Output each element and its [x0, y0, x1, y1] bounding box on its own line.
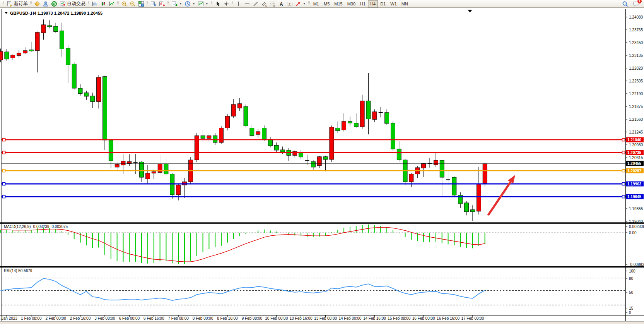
chart-window[interactable]: GBPUSD-,H4 1.19973 1.20472 1.19890 1.204…	[0, 8, 644, 324]
profile-button[interactable]	[41, 0, 50, 8]
level-line-handle[interactable]	[622, 151, 625, 154]
candle-body	[201, 135, 205, 138]
chart-candles-icon	[100, 1, 106, 7]
timeframe-w1-button[interactable]: W1	[388, 0, 399, 8]
text-button[interactable]: A	[277, 0, 285, 8]
level-line-handle[interactable]	[3, 170, 5, 172]
level-line-handle[interactable]	[3, 151, 5, 154]
time-axis-label: 2 Feb 00:00	[45, 316, 66, 321]
cascade-charts-button[interactable]	[158, 0, 166, 8]
new-order-button[interactable]: 新订单	[5, 0, 29, 8]
level-line-handle[interactable]	[3, 139, 5, 141]
candle-body	[5, 52, 9, 59]
periods-button[interactable]: ▼	[183, 0, 196, 8]
search-icon	[622, 1, 628, 7]
horizontal-line-button[interactable]	[243, 0, 251, 8]
timeframe-d1-button[interactable]: D1	[378, 0, 388, 8]
auto-trading-button[interactable]: 自动交易	[58, 0, 87, 8]
toolbar: 新订单自动交易▼▼▼EFAT▼M1M5M15M30H1H4D1W1MN1	[0, 0, 644, 8]
rsi-axis-label: 15	[629, 306, 634, 310]
candle-body	[207, 135, 211, 138]
toolbar-grip	[3, 1, 4, 7]
time-axis-label: 10 Feb 00:00	[265, 316, 288, 321]
candle-body	[41, 25, 46, 33]
timeframe-h4-button[interactable]: H4	[368, 0, 378, 8]
candle-body	[152, 171, 156, 173]
zoom-in-button[interactable]	[120, 0, 128, 8]
text-label-button[interactable]: T	[285, 0, 294, 8]
fibonacci-button[interactable]: F	[268, 0, 277, 8]
candle-body	[366, 101, 371, 119]
level-line-handle[interactable]	[622, 139, 625, 141]
price-badge-value: 1.20455	[627, 161, 642, 166]
candlestick-chart-button[interactable]	[99, 0, 108, 8]
arrows-button[interactable]: ▼	[294, 0, 307, 8]
arrange-charts-button[interactable]	[149, 0, 158, 8]
autotrade-icon	[60, 1, 66, 7]
time-axis-label: 13 Feb 08:00	[314, 316, 337, 321]
candle-body	[35, 33, 39, 51]
price-axis-label: 1.20615	[629, 156, 643, 160]
rsi-axis-label: 80	[629, 276, 634, 281]
candle-body	[336, 128, 340, 130]
price-axis-label: 1.19040	[629, 219, 643, 224]
market-watch-button[interactable]	[50, 0, 58, 8]
equidistant-channel-button[interactable]: E	[260, 0, 268, 8]
bar-chart-button[interactable]	[91, 0, 99, 8]
dropdown-arrow-icon[interactable]: ▼	[179, 2, 182, 5]
toolbar-grip	[167, 1, 169, 7]
timeframe-m30-button[interactable]: M30	[345, 0, 358, 8]
candle-body	[84, 93, 89, 96]
timeframe-m15-button[interactable]: M15	[332, 0, 345, 8]
candle-body	[66, 48, 70, 65]
indicators-button[interactable]: ▼	[196, 0, 210, 8]
candle-body	[256, 132, 260, 134]
trendline-button[interactable]	[251, 0, 260, 8]
time-axis-label: 17 Feb 08:00	[461, 316, 484, 321]
quotes-button[interactable]	[33, 0, 41, 8]
timeframe-h1-button[interactable]: H1	[358, 0, 368, 8]
new-chart-button[interactable]: ▼	[170, 0, 183, 8]
dropdown-arrow-icon[interactable]: ▼	[205, 2, 208, 5]
candle-body	[440, 160, 444, 177]
level-line-handle[interactable]	[622, 170, 625, 172]
timeframe-m1-button[interactable]: M1	[311, 0, 321, 8]
price-axis-label: 1.23450	[629, 41, 643, 45]
search-button[interactable]	[621, 0, 629, 8]
zoom-out-button[interactable]	[128, 0, 137, 8]
vertical-line-button[interactable]	[234, 0, 243, 8]
price-badge-value: 1.19645	[627, 195, 642, 199]
cursor-button[interactable]	[214, 0, 222, 8]
dropdown-arrow-icon[interactable]: ▼	[192, 2, 195, 5]
candle-body	[330, 127, 334, 159]
candle-body	[470, 210, 475, 212]
new-order-icon	[7, 1, 13, 7]
candle-body	[121, 161, 125, 165]
candle-body	[372, 112, 377, 120]
new-chart-icon	[171, 1, 178, 7]
tile-windows-button[interactable]	[137, 0, 145, 8]
level-line-handle[interactable]	[3, 195, 5, 198]
candle-body	[483, 164, 487, 183]
timeframe-m5-button[interactable]: M5	[321, 0, 332, 8]
candle-body	[323, 157, 328, 159]
dropdown-arrow-icon[interactable]: ▼	[303, 2, 306, 5]
notification-badge: 1	[637, 0, 642, 4]
level-line-handle[interactable]	[622, 195, 625, 198]
timeframe-mn-button[interactable]: MN	[399, 0, 410, 8]
toolbar-grip	[308, 1, 310, 7]
candle-body	[317, 157, 321, 166]
level-line-handle[interactable]	[3, 183, 5, 185]
candle-body	[219, 128, 224, 142]
crosshair-button[interactable]	[222, 0, 231, 8]
price-axis-label: 1.21875	[629, 105, 643, 109]
level-line-handle[interactable]	[622, 183, 625, 185]
price-axis-label: 1.19355	[629, 207, 643, 211]
price-axis-label: 1.21245	[629, 130, 643, 134]
candle-body	[452, 177, 456, 195]
candle-body	[465, 203, 469, 212]
candle-body	[164, 164, 168, 174]
line-chart-button[interactable]	[108, 0, 116, 8]
notifications-button[interactable]: 1	[632, 0, 640, 8]
chart-canvas[interactable]: GBPUSD-,H4 1.19973 1.20472 1.19890 1.204…	[0, 8, 644, 324]
